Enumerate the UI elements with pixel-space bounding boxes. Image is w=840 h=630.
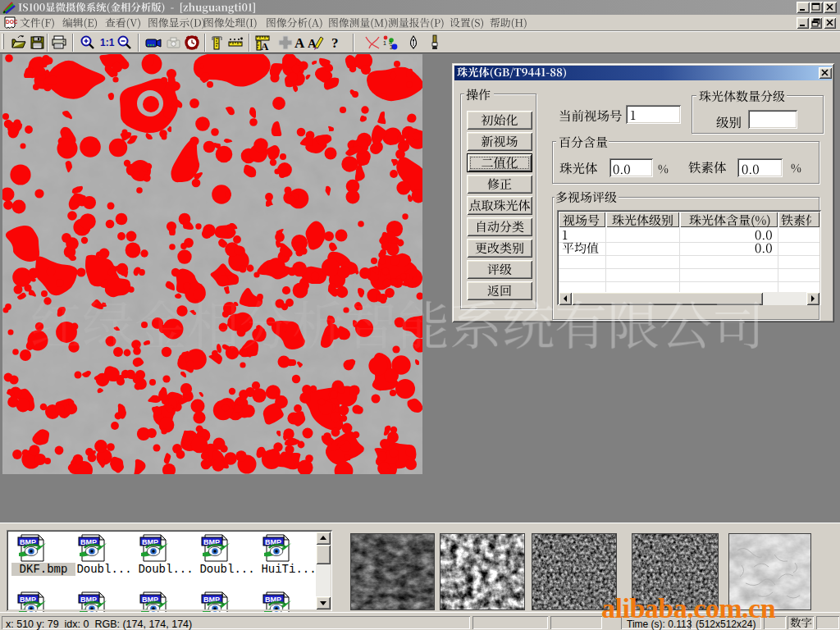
- svg-text:DOC: DOC: [6, 19, 17, 25]
- svg-text:A: A: [294, 35, 305, 51]
- svg-text:1:1: 1:1: [100, 37, 115, 48]
- svg-text:A: A: [261, 40, 269, 51]
- svg-text:1: 1: [383, 40, 386, 46]
- svg-text:?: ?: [331, 35, 339, 51]
- svg-text:3: 3: [390, 44, 393, 50]
